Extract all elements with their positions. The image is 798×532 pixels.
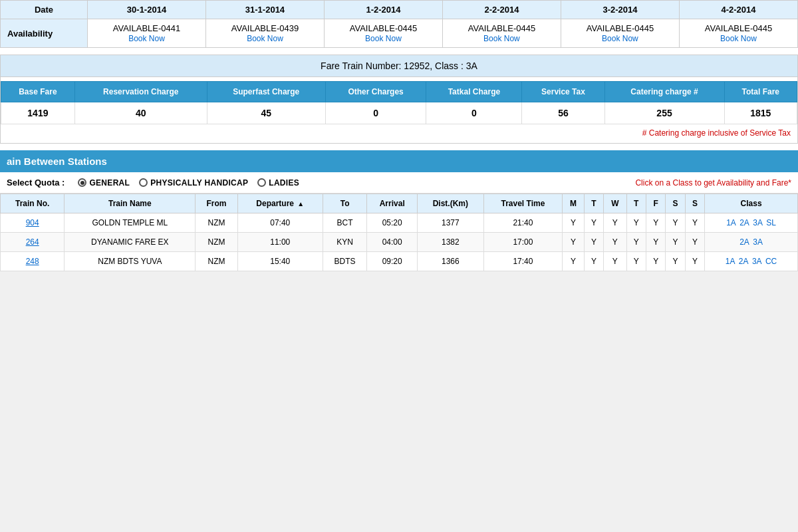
train-from-cell: NZM (196, 233, 237, 252)
quota-general-label: GENERAL (89, 178, 130, 188)
train-day-3-cell: Y (626, 213, 646, 233)
avail-cell-1: AVAILABLE-0441 Book Now (88, 19, 206, 48)
train-travel-time-cell: 17:40 (483, 252, 563, 271)
availability-label: Availability (1, 19, 88, 48)
th-sun: S (685, 194, 704, 213)
quota-general[interactable]: GENERAL (78, 178, 130, 188)
train-class-cell: 1A 2A 3A CC (705, 252, 798, 271)
avail-cell-5: AVAILABLE-0445 Book Now (561, 19, 679, 48)
train-to-cell: BCT (323, 213, 366, 233)
book-now-5[interactable]: Book Now (602, 34, 638, 43)
book-now-4[interactable]: Book Now (483, 34, 520, 43)
radio-handicap-circle (139, 178, 148, 187)
train-name-cell: GOLDN TEMPLE ML (65, 213, 196, 233)
avail-cell-3: AVAILABLE-0445 Book Now (324, 19, 442, 48)
avail-text-2: AVAILABLE-0439 (211, 23, 319, 33)
train-day-4-cell: Y (646, 213, 665, 233)
train-to-cell: KYN (323, 233, 366, 252)
click-info: Click on a Class to get Availability and… (635, 178, 791, 188)
class-link[interactable]: CC (765, 257, 777, 266)
class-link[interactable]: 2A (739, 257, 749, 266)
class-link[interactable]: 2A (739, 218, 749, 227)
quota-handicap[interactable]: PHYSICALLY HANDICAP (139, 178, 248, 188)
availability-table: Date 30-1-2014 31-1-2014 1-2-2014 2-2-20… (0, 0, 798, 48)
date-col-5: 3-2-2014 (561, 1, 679, 19)
th-to: To (323, 194, 366, 213)
class-link[interactable]: 2A (739, 237, 749, 247)
train-day-3-cell: Y (626, 233, 646, 252)
avail-cell-4: AVAILABLE-0445 Book Now (442, 19, 561, 48)
book-now-1[interactable]: Book Now (128, 34, 165, 43)
book-now-2[interactable]: Book Now (247, 34, 283, 43)
fare-val-base: 1419 (1, 102, 75, 124)
th-dist: Dist.(Km) (418, 194, 483, 213)
train-from-cell: NZM (196, 213, 237, 233)
class-link[interactable]: SL (766, 218, 776, 227)
main-container: Date 30-1-2014 31-1-2014 1-2-2014 2-2-20… (0, 0, 798, 271)
fare-header: Fare Train Number: 12952, Class : 3A (1, 55, 797, 77)
avail-cell-2: AVAILABLE-0439 Book Now (205, 19, 324, 48)
radio-ladies-circle (257, 178, 266, 187)
fare-col-catering: Catering charge # (604, 82, 724, 102)
train-class-cell: 2A 3A (705, 233, 798, 252)
th-tue: T (584, 194, 603, 213)
train-number-link[interactable]: 248 (26, 257, 39, 266)
quota-ladies-label: LADIES (269, 178, 299, 188)
class-link[interactable]: 1A (726, 257, 735, 266)
th-wed: W (604, 194, 627, 213)
train-number-link[interactable]: 904 (26, 218, 39, 227)
quota-handicap-label: PHYSICALLY HANDICAP (150, 178, 248, 188)
class-link[interactable]: 3A (752, 257, 762, 266)
train-day-2-cell: Y (604, 213, 627, 233)
th-mon: M (563, 194, 584, 213)
train-departure-cell: 15:40 (237, 252, 323, 271)
train-from-cell: NZM (196, 252, 237, 271)
th-travel-time: Travel Time (483, 194, 563, 213)
train-name-cell: NZM BDTS YUVA (65, 252, 196, 271)
train-dist-cell: 1382 (418, 233, 483, 252)
class-link[interactable]: 1A (726, 218, 736, 227)
fare-table: Base Fare Reservation Charge Superfast C… (1, 81, 797, 124)
class-link[interactable]: 3A (753, 218, 763, 227)
quota-ladies[interactable]: LADIES (257, 178, 299, 188)
train-day-6-cell: Y (685, 213, 704, 233)
departure-sort-arrow: ▲ (297, 200, 304, 207)
fare-col-other: Other Charges (325, 82, 426, 102)
th-train-name: Train Name (65, 194, 196, 213)
train-day-5-cell: Y (666, 213, 685, 233)
book-now-3[interactable]: Book Now (365, 34, 402, 43)
avail-text-4: AVAILABLE-0445 (448, 23, 555, 33)
fare-col-tatkal: Tatkal Charge (426, 82, 522, 102)
avail-text-1: AVAILABLE-0441 (93, 23, 200, 33)
train-travel-time-cell: 21:40 (483, 213, 563, 233)
fare-val-other: 0 (325, 102, 426, 124)
train-travel-time-cell: 17:00 (483, 233, 563, 252)
train-day-1-cell: Y (584, 252, 603, 271)
fare-val-tatkal: 0 (426, 102, 522, 124)
th-train-no: Train No. (1, 194, 65, 213)
class-link[interactable]: 3A (753, 237, 763, 247)
th-departure[interactable]: Departure ▲ (237, 194, 323, 213)
train-departure-cell: 11:00 (237, 233, 323, 252)
train-day-0-cell: Y (563, 252, 584, 271)
date-col-3: 1-2-2014 (324, 1, 442, 19)
fare-col-base: Base Fare (1, 82, 75, 102)
train-no-cell: 264 (1, 233, 65, 252)
date-col-4: 2-2-2014 (442, 1, 561, 19)
fare-val-reservation: 40 (74, 102, 207, 124)
fare-val-superfast: 45 (207, 102, 325, 124)
train-day-0-cell: Y (563, 233, 584, 252)
train-arrival-cell: 05:20 (367, 213, 418, 233)
fare-col-service-tax: Service Tax (522, 82, 604, 102)
book-now-6[interactable]: Book Now (720, 34, 757, 43)
train-dist-cell: 1366 (418, 252, 483, 271)
train-day-1-cell: Y (584, 213, 603, 233)
date-col-6: 4-2-2014 (679, 1, 797, 19)
fare-col-reservation: Reservation Charge (74, 82, 207, 102)
th-sat: S (666, 194, 685, 213)
train-day-6-cell: Y (685, 233, 704, 252)
train-day-3-cell: Y (626, 252, 646, 271)
train-name-cell: DYANAMIC FARE EX (65, 233, 196, 252)
train-number-link[interactable]: 264 (26, 237, 39, 247)
train-class-cell: 1A 2A 3A SL (705, 213, 798, 233)
